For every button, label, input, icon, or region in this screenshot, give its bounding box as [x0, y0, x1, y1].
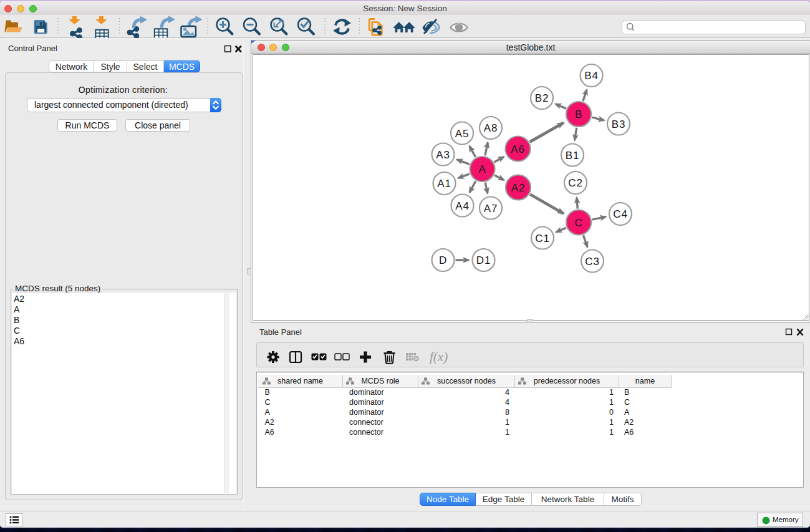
svg-text:B: B — [575, 109, 582, 120]
svg-text:C: C — [574, 217, 582, 229]
svg-text:B1: B1 — [566, 150, 579, 162]
svg-text:C4: C4 — [613, 208, 627, 220]
svg-text:f(x): f(x) — [430, 349, 448, 364]
svg-text:D: D — [439, 254, 447, 266]
svg-text:A1: A1 — [437, 178, 451, 190]
svg-text:C2: C2 — [568, 177, 582, 189]
svg-text:A2: A2 — [511, 182, 525, 194]
svg-text:A3: A3 — [436, 149, 450, 161]
svg-text:A8: A8 — [484, 122, 498, 134]
svg-text:A5: A5 — [455, 128, 469, 140]
svg-text:B3: B3 — [612, 118, 625, 130]
svg-text:A7: A7 — [484, 203, 498, 215]
svg-text:A6: A6 — [511, 143, 524, 155]
svg-text:C3: C3 — [585, 256, 599, 268]
svg-text:D1: D1 — [476, 254, 491, 266]
svg-text:A: A — [478, 163, 486, 175]
svg-text:B2: B2 — [535, 92, 549, 104]
svg-text:B4: B4 — [584, 70, 598, 82]
svg-text:C1: C1 — [535, 233, 549, 244]
svg-text:A4: A4 — [455, 200, 469, 212]
